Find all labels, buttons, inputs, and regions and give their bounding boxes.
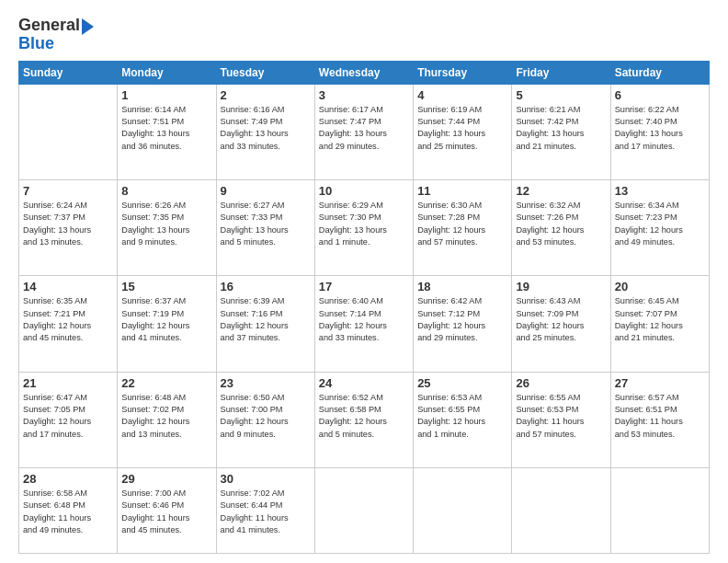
calendar-cell: 4Sunrise: 6:19 AM Sunset: 7:44 PM Daylig… bbox=[414, 84, 512, 179]
calendar-cell: 15Sunrise: 6:37 AM Sunset: 7:19 PM Dayli… bbox=[118, 276, 216, 372]
day-info: Sunrise: 7:02 AM Sunset: 6:44 PM Dayligh… bbox=[221, 488, 311, 536]
calendar-week-row-4: 28Sunrise: 6:58 AM Sunset: 6:48 PM Dayli… bbox=[19, 468, 710, 554]
calendar-cell: 19Sunrise: 6:43 AM Sunset: 7:09 PM Dayli… bbox=[512, 276, 610, 372]
calendar-cell: 23Sunrise: 6:50 AM Sunset: 7:00 PM Dayli… bbox=[216, 372, 314, 467]
day-info: Sunrise: 6:52 AM Sunset: 6:58 PM Dayligh… bbox=[319, 392, 409, 441]
calendar-cell: 6Sunrise: 6:22 AM Sunset: 7:40 PM Daylig… bbox=[610, 84, 709, 179]
calendar-header-wednesday: Wednesday bbox=[314, 61, 413, 84]
day-info: Sunrise: 6:22 AM Sunset: 7:40 PM Dayligh… bbox=[615, 104, 705, 153]
day-number: 13 bbox=[615, 184, 705, 198]
day-info: Sunrise: 6:43 AM Sunset: 7:09 PM Dayligh… bbox=[516, 295, 606, 344]
day-info: Sunrise: 6:16 AM Sunset: 7:49 PM Dayligh… bbox=[221, 104, 311, 153]
calendar-header-thursday: Thursday bbox=[414, 61, 512, 84]
day-number: 24 bbox=[319, 376, 409, 390]
day-info: Sunrise: 6:37 AM Sunset: 7:19 PM Dayligh… bbox=[121, 295, 211, 344]
calendar-cell: 28Sunrise: 6:58 AM Sunset: 6:48 PM Dayli… bbox=[19, 468, 118, 554]
calendar-cell bbox=[19, 84, 118, 179]
day-number: 16 bbox=[221, 280, 311, 293]
calendar-cell: 18Sunrise: 6:42 AM Sunset: 7:12 PM Dayli… bbox=[414, 276, 512, 372]
calendar-cell bbox=[314, 468, 413, 554]
calendar-week-row-2: 14Sunrise: 6:35 AM Sunset: 7:21 PM Dayli… bbox=[19, 276, 710, 372]
calendar-cell: 9Sunrise: 6:27 AM Sunset: 7:33 PM Daylig… bbox=[216, 180, 314, 276]
calendar-header-row: SundayMondayTuesdayWednesdayThursdayFrid… bbox=[19, 61, 710, 84]
day-number: 3 bbox=[319, 88, 409, 102]
calendar-cell: 3Sunrise: 6:17 AM Sunset: 7:47 PM Daylig… bbox=[314, 84, 413, 179]
day-info: Sunrise: 6:58 AM Sunset: 6:48 PM Dayligh… bbox=[23, 488, 113, 536]
calendar-cell: 30Sunrise: 7:02 AM Sunset: 6:44 PM Dayli… bbox=[216, 468, 314, 554]
logo: General Blue bbox=[18, 17, 94, 53]
day-number: 25 bbox=[417, 376, 507, 390]
calendar-cell: 11Sunrise: 6:30 AM Sunset: 7:28 PM Dayli… bbox=[414, 180, 512, 276]
calendar-cell: 27Sunrise: 6:57 AM Sunset: 6:51 PM Dayli… bbox=[610, 372, 709, 467]
day-info: Sunrise: 6:27 AM Sunset: 7:33 PM Dayligh… bbox=[221, 200, 311, 248]
calendar-cell: 16Sunrise: 6:39 AM Sunset: 7:16 PM Dayli… bbox=[216, 276, 314, 372]
day-number: 22 bbox=[121, 376, 211, 390]
day-info: Sunrise: 6:57 AM Sunset: 6:51 PM Dayligh… bbox=[615, 392, 705, 441]
day-info: Sunrise: 6:19 AM Sunset: 7:44 PM Dayligh… bbox=[417, 104, 507, 153]
calendar-cell: 25Sunrise: 6:53 AM Sunset: 6:55 PM Dayli… bbox=[414, 372, 512, 467]
day-number: 10 bbox=[319, 184, 409, 198]
page: General Blue SundayMondayTuesdayWednesda… bbox=[0, 0, 728, 563]
logo-arrow-icon bbox=[82, 18, 94, 35]
day-number: 9 bbox=[221, 184, 311, 198]
day-number: 20 bbox=[615, 280, 705, 293]
day-info: Sunrise: 6:26 AM Sunset: 7:35 PM Dayligh… bbox=[121, 200, 211, 248]
day-number: 26 bbox=[516, 376, 606, 390]
day-number: 4 bbox=[417, 88, 507, 102]
logo-blue: Blue bbox=[18, 35, 54, 53]
calendar-cell: 17Sunrise: 6:40 AM Sunset: 7:14 PM Dayli… bbox=[314, 276, 413, 372]
calendar-cell: 2Sunrise: 6:16 AM Sunset: 7:49 PM Daylig… bbox=[216, 84, 314, 179]
day-number: 15 bbox=[121, 280, 211, 293]
day-info: Sunrise: 6:14 AM Sunset: 7:51 PM Dayligh… bbox=[121, 104, 211, 153]
day-number: 17 bbox=[319, 280, 409, 293]
day-info: Sunrise: 6:24 AM Sunset: 7:37 PM Dayligh… bbox=[23, 200, 113, 248]
calendar-cell: 20Sunrise: 6:45 AM Sunset: 7:07 PM Dayli… bbox=[610, 276, 709, 372]
day-info: Sunrise: 6:34 AM Sunset: 7:23 PM Dayligh… bbox=[615, 200, 705, 248]
calendar-header-friday: Friday bbox=[512, 61, 610, 84]
day-number: 29 bbox=[121, 472, 211, 486]
calendar-cell: 10Sunrise: 6:29 AM Sunset: 7:30 PM Dayli… bbox=[314, 180, 413, 276]
calendar-cell: 1Sunrise: 6:14 AM Sunset: 7:51 PM Daylig… bbox=[118, 84, 216, 179]
day-number: 18 bbox=[417, 280, 507, 293]
day-info: Sunrise: 6:30 AM Sunset: 7:28 PM Dayligh… bbox=[417, 200, 507, 248]
day-info: Sunrise: 6:53 AM Sunset: 6:55 PM Dayligh… bbox=[417, 392, 507, 441]
calendar-cell: 29Sunrise: 7:00 AM Sunset: 6:46 PM Dayli… bbox=[118, 468, 216, 554]
day-info: Sunrise: 7:00 AM Sunset: 6:46 PM Dayligh… bbox=[121, 488, 211, 536]
day-number: 14 bbox=[23, 280, 113, 293]
calendar-header-sunday: Sunday bbox=[19, 61, 118, 84]
day-info: Sunrise: 6:35 AM Sunset: 7:21 PM Dayligh… bbox=[23, 295, 113, 344]
calendar-cell: 14Sunrise: 6:35 AM Sunset: 7:21 PM Dayli… bbox=[19, 276, 118, 372]
day-info: Sunrise: 6:21 AM Sunset: 7:42 PM Dayligh… bbox=[516, 104, 606, 153]
calendar-cell bbox=[610, 468, 709, 554]
day-number: 6 bbox=[615, 88, 705, 102]
calendar-cell: 21Sunrise: 6:47 AM Sunset: 7:05 PM Dayli… bbox=[19, 372, 118, 467]
day-number: 19 bbox=[516, 280, 606, 293]
calendar-cell: 5Sunrise: 6:21 AM Sunset: 7:42 PM Daylig… bbox=[512, 84, 610, 179]
day-number: 8 bbox=[121, 184, 211, 198]
day-number: 1 bbox=[121, 88, 211, 102]
calendar-cell: 13Sunrise: 6:34 AM Sunset: 7:23 PM Dayli… bbox=[610, 180, 709, 276]
day-info: Sunrise: 6:29 AM Sunset: 7:30 PM Dayligh… bbox=[319, 200, 409, 248]
logo-general: General bbox=[18, 17, 80, 35]
day-info: Sunrise: 6:55 AM Sunset: 6:53 PM Dayligh… bbox=[516, 392, 606, 441]
day-number: 7 bbox=[23, 184, 113, 198]
calendar-cell bbox=[512, 468, 610, 554]
calendar-cell: 12Sunrise: 6:32 AM Sunset: 7:26 PM Dayli… bbox=[512, 180, 610, 276]
calendar-cell: 26Sunrise: 6:55 AM Sunset: 6:53 PM Dayli… bbox=[512, 372, 610, 467]
day-number: 30 bbox=[221, 472, 311, 486]
calendar-week-row-0: 1Sunrise: 6:14 AM Sunset: 7:51 PM Daylig… bbox=[19, 84, 710, 179]
day-number: 5 bbox=[516, 88, 606, 102]
day-number: 23 bbox=[221, 376, 311, 390]
calendar-cell: 22Sunrise: 6:48 AM Sunset: 7:02 PM Dayli… bbox=[118, 372, 216, 467]
day-info: Sunrise: 6:48 AM Sunset: 7:02 PM Dayligh… bbox=[121, 392, 211, 441]
calendar-cell: 24Sunrise: 6:52 AM Sunset: 6:58 PM Dayli… bbox=[314, 372, 413, 467]
calendar-week-row-3: 21Sunrise: 6:47 AM Sunset: 7:05 PM Dayli… bbox=[19, 372, 710, 467]
calendar-table: SundayMondayTuesdayWednesdayThursdayFrid… bbox=[18, 61, 710, 554]
calendar-header-tuesday: Tuesday bbox=[216, 61, 314, 84]
day-number: 11 bbox=[417, 184, 507, 198]
day-info: Sunrise: 6:39 AM Sunset: 7:16 PM Dayligh… bbox=[221, 295, 311, 344]
day-number: 28 bbox=[23, 472, 113, 486]
day-info: Sunrise: 6:17 AM Sunset: 7:47 PM Dayligh… bbox=[319, 104, 409, 153]
day-info: Sunrise: 6:45 AM Sunset: 7:07 PM Dayligh… bbox=[615, 295, 705, 344]
calendar-cell: 8Sunrise: 6:26 AM Sunset: 7:35 PM Daylig… bbox=[118, 180, 216, 276]
